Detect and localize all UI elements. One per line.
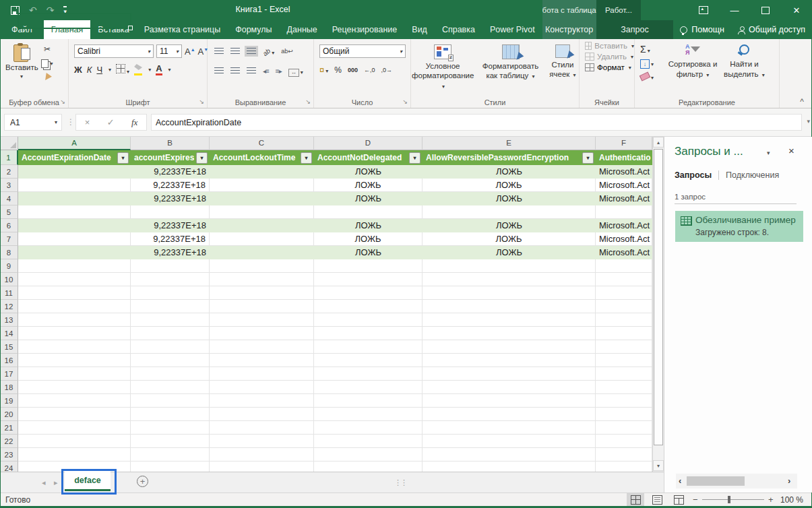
cell-B6[interactable]: 9,22337E+18	[131, 219, 210, 232]
cell-E13[interactable]	[423, 313, 596, 327]
cell-C22[interactable]	[210, 435, 314, 448]
table-header-E1[interactable]: AllowReversiblePasswordEncryption▾	[423, 150, 596, 165]
cell-D16[interactable]	[314, 354, 423, 367]
cell-C13[interactable]	[210, 313, 314, 327]
vertical-scroll-thumb[interactable]	[654, 149, 663, 445]
cell-E11[interactable]	[423, 286, 596, 300]
row-header-9[interactable]: 9	[0, 259, 18, 273]
grow-font-button[interactable]: A▲	[185, 46, 195, 57]
cell-E8[interactable]: ЛОЖЬ	[423, 246, 596, 259]
enter-entry-icon[interactable]: ✓	[107, 117, 115, 127]
cell-C19[interactable]	[210, 394, 314, 408]
cell-A19[interactable]	[18, 394, 131, 408]
table-header-B1[interactable]: accountExpires▾	[131, 150, 210, 165]
cell-C3[interactable]	[210, 179, 314, 192]
cell-B13[interactable]	[131, 313, 210, 327]
decrease-decimal-button[interactable]: ,0→	[381, 67, 392, 73]
cell-A7[interactable]	[18, 232, 131, 246]
row-header-12[interactable]: 12	[0, 300, 18, 313]
decrease-indent-icon[interactable]: ◂≡	[263, 67, 269, 75]
minimize-button[interactable]: —	[719, 0, 750, 20]
accounting-format-button[interactable]: ¤▾	[319, 65, 328, 75]
cell-E20[interactable]	[423, 408, 596, 421]
borders-button[interactable]: ▾	[116, 64, 129, 75]
cell-B4[interactable]: 9,22337E+18	[131, 192, 210, 205]
wrap-text-button[interactable]: ab↩	[281, 49, 293, 55]
row-header-19[interactable]: 19	[0, 394, 18, 408]
scroll-up-icon[interactable]: ▴	[653, 137, 664, 148]
copy-button[interactable]: ▾	[40, 57, 54, 69]
cell-D4[interactable]: ЛОЖЬ	[314, 192, 423, 205]
clear-button[interactable]: ▾	[640, 70, 654, 82]
column-header-C[interactable]: C	[210, 137, 314, 150]
row-header-13[interactable]: 13	[0, 313, 18, 327]
cell-D13[interactable]	[314, 313, 423, 327]
sort-filter-button[interactable]: АЯ Сортировка и фильтр ▾	[667, 44, 718, 79]
tell-me-button[interactable]: Помощн	[673, 20, 731, 39]
tab-splitter-grip[interactable]: ⋮⋮	[394, 478, 406, 487]
cell-E4[interactable]: ЛОЖЬ	[423, 192, 596, 205]
dialog-launcher-icon[interactable]: ↘	[60, 99, 65, 105]
column-header-D[interactable]: D	[314, 137, 423, 150]
fill-color-button[interactable]	[134, 63, 142, 75]
row-header-10[interactable]: 10	[0, 273, 18, 286]
cell-D12[interactable]	[314, 300, 423, 313]
cell-E9[interactable]	[423, 259, 596, 273]
conditional-formatting-button[interactable]: Условное форматирование ▾	[412, 44, 474, 90]
table-header-A1[interactable]: AccountExpirationDate▾	[18, 150, 131, 165]
format-as-table-button[interactable]: Форматировать как таблицу ▾	[477, 44, 544, 81]
tab-power-pivot[interactable]: Power Pivot	[482, 20, 542, 39]
cell-C15[interactable]	[210, 340, 314, 354]
cell-C11[interactable]	[210, 286, 314, 300]
row-header-23[interactable]: 23	[0, 448, 18, 462]
page-layout-view-button[interactable]	[648, 493, 666, 506]
cell-D24[interactable]	[314, 462, 423, 472]
tab-вставка[interactable]: Вставка	[90, 20, 136, 39]
underline-button[interactable]: Ч	[96, 65, 102, 75]
cell-C5[interactable]	[210, 205, 314, 219]
cell-E24[interactable]	[423, 462, 596, 472]
cell-B9[interactable]	[131, 259, 210, 273]
cell-F13[interactable]	[596, 313, 652, 327]
cell-B7[interactable]: 9,22337E+18	[131, 232, 210, 246]
align-bottom-icon[interactable]	[247, 48, 256, 55]
ribbon-display-options-button[interactable]	[688, 0, 719, 20]
page-break-view-button[interactable]	[670, 493, 687, 506]
cell-B24[interactable]	[131, 462, 210, 472]
cell-A8[interactable]	[18, 246, 131, 259]
cell-A20[interactable]	[18, 408, 131, 421]
font-color-button[interactable]: А	[156, 63, 162, 75]
cell-D8[interactable]: ЛОЖЬ	[314, 246, 423, 259]
cell-B21[interactable]	[131, 421, 210, 435]
panel-tab-queries[interactable]: Запросы	[675, 170, 712, 180]
cell-C24[interactable]	[210, 462, 314, 472]
table-header-F1[interactable]: Authenticatio	[596, 150, 652, 165]
increase-indent-icon[interactable]: ≡▸	[276, 67, 282, 75]
cell-F19[interactable]	[596, 394, 652, 408]
filter-button[interactable]: ▾	[117, 152, 129, 164]
cell-D10[interactable]	[314, 273, 423, 286]
chevron-down-icon[interactable]: ▾	[767, 150, 770, 156]
row-header-8[interactable]: 8	[0, 246, 18, 259]
tab-конструктор[interactable]: Конструктор	[542, 20, 596, 39]
cell-styles-button[interactable]: Стили ячеек ▾	[547, 44, 578, 80]
insert-cells-button[interactable]: Вставить▾	[585, 42, 634, 50]
zoom-out-icon[interactable]: −	[693, 495, 698, 505]
cell-B18[interactable]	[131, 381, 210, 394]
paste-button[interactable]: Вставить ▾	[5, 44, 36, 80]
increase-decimal-button[interactable]: ←,0	[364, 67, 375, 73]
cell-E3[interactable]: ЛОЖЬ	[423, 179, 596, 192]
find-select-button[interactable]: Найти и выделить ▾	[721, 44, 767, 79]
undo-icon[interactable]: ↶	[29, 5, 37, 15]
zoom-level[interactable]: 100 %	[780, 495, 803, 505]
cell-C10[interactable]	[210, 273, 314, 286]
cell-A3[interactable]	[18, 179, 131, 192]
save-icon[interactable]	[11, 6, 20, 15]
cell-B8[interactable]: 9,22337E+18	[131, 246, 210, 259]
cell-A18[interactable]	[18, 381, 131, 394]
dialog-launcher-icon[interactable]: ↘	[199, 99, 204, 105]
comma-style-button[interactable]: 000	[348, 67, 358, 73]
orientation-button[interactable]: ab▾	[263, 45, 274, 57]
formula-input[interactable]: AccountExpirationDate	[151, 114, 802, 131]
cell-C8[interactable]	[210, 246, 314, 259]
